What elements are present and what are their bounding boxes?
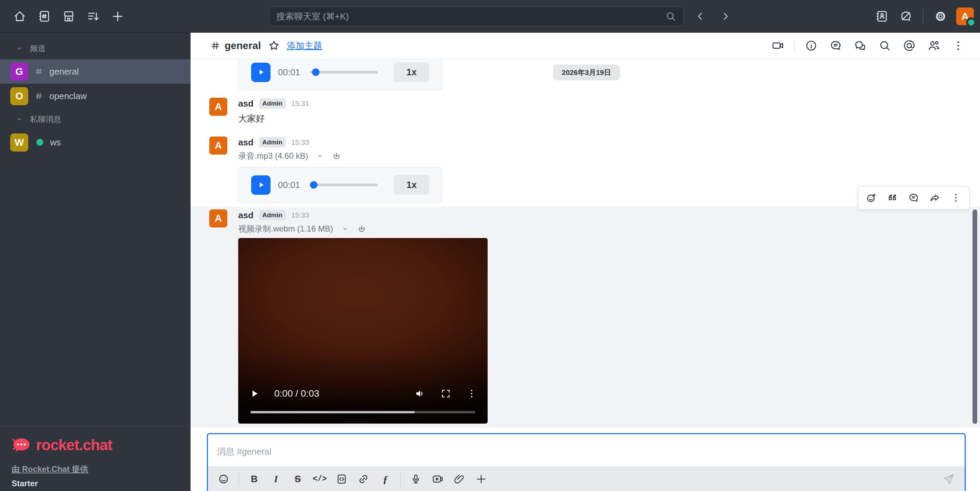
channel-title: general	[224, 40, 261, 51]
download-cloud-icon	[357, 224, 366, 234]
marketplace-button[interactable]	[60, 8, 77, 24]
discussions-button[interactable]	[852, 37, 869, 54]
directory-button[interactable]	[36, 8, 52, 24]
playback-rate-button[interactable]: 1x	[394, 62, 430, 82]
attachment-download-button[interactable]	[332, 151, 341, 161]
dm-section-header[interactable]: 私聊消息	[0, 108, 191, 130]
plan-label: Starter	[11, 479, 191, 488]
username[interactable]: asd	[238, 99, 253, 109]
gear-icon	[934, 10, 947, 23]
emoji-reaction-button[interactable]	[864, 190, 879, 206]
video-kebab-button[interactable]	[466, 388, 477, 399]
inline-code-button[interactable]: </>	[313, 471, 327, 487]
plus-icon	[111, 10, 124, 23]
sidebar-item-ws[interactable]: W ws	[0, 130, 191, 155]
sidebar-item-openclaw[interactable]: O openclaw	[0, 84, 191, 108]
history-back-button[interactable]	[692, 8, 708, 24]
fullscreen-button[interactable]	[440, 388, 452, 399]
reply-thread-button[interactable]	[906, 190, 921, 206]
threads-button[interactable]	[827, 37, 844, 54]
video-record-button[interactable]	[431, 471, 444, 487]
top-bar-left-actions	[11, 8, 126, 24]
kebab-icon	[950, 192, 962, 204]
kebab-icon	[466, 388, 477, 399]
audio-seek-slider[interactable]	[310, 71, 378, 73]
code-block-button[interactable]	[335, 471, 348, 487]
video-time: 0:00 / 0:03	[274, 388, 319, 399]
emoji-button[interactable]	[217, 471, 231, 487]
slider-handle[interactable]	[310, 181, 318, 189]
link-button[interactable]	[356, 471, 370, 487]
history-forward-button[interactable]	[717, 8, 733, 24]
favorite-star-button[interactable]	[266, 37, 282, 54]
message-header: asd Admin 15:33	[238, 209, 980, 221]
quote-button[interactable]	[885, 190, 900, 206]
forward-button[interactable]	[927, 190, 943, 206]
message-header: asd Admin 15:33	[238, 137, 980, 148]
message-time: 15:33	[291, 211, 309, 219]
online-status-dot	[37, 139, 43, 146]
attachment-collapse-button[interactable]	[316, 152, 324, 160]
message-time: 15:31	[291, 99, 309, 108]
audio-play-button[interactable]	[251, 175, 270, 195]
admin-settings-button[interactable]	[932, 8, 949, 24]
slider-handle[interactable]	[312, 69, 320, 76]
create-new-button[interactable]	[110, 8, 126, 24]
scrollbar-thumb[interactable]	[972, 209, 977, 424]
powered-by-link[interactable]: 由 Rocket.Chat 提供	[11, 464, 88, 475]
video-attachment-player[interactable]: 0:00 / 0:03	[238, 238, 488, 424]
audio-record-button[interactable]	[409, 471, 423, 487]
video-play-button[interactable]	[248, 388, 260, 399]
attach-file-button[interactable]	[453, 471, 466, 487]
username[interactable]: asd	[238, 137, 253, 148]
volume-button[interactable]	[414, 388, 426, 399]
message: A asd Admin 15:31 大家好	[191, 98, 980, 124]
search-input[interactable]	[276, 11, 665, 22]
message-input[interactable]	[217, 446, 897, 457]
at-icon	[903, 39, 916, 52]
strikethrough-button[interactable]: S	[291, 471, 305, 487]
new-chat-button[interactable]	[898, 8, 914, 24]
search-bar[interactable]	[269, 6, 684, 26]
forward-arrow-icon	[929, 192, 940, 204]
search-icon	[878, 39, 891, 52]
username[interactable]: asd	[238, 210, 253, 221]
avatar: G	[10, 63, 28, 81]
message-actions-toolbar	[858, 186, 970, 210]
chat-header-actions	[770, 37, 966, 54]
attachment-download-button[interactable]	[357, 224, 366, 234]
mentions-button[interactable]	[901, 37, 917, 54]
avatar: O	[10, 87, 28, 105]
more-actions-button[interactable]	[474, 471, 488, 487]
emoji-add-icon	[865, 192, 877, 204]
user-avatar-button[interactable]: A	[956, 8, 974, 25]
channels-section-header[interactable]: 频道	[0, 37, 191, 59]
audio-play-button[interactable]	[251, 63, 270, 82]
video-progress-loaded	[250, 411, 415, 413]
sort-button[interactable]	[85, 8, 102, 24]
audio-seek-slider[interactable]	[310, 183, 378, 186]
home-button[interactable]	[11, 8, 28, 24]
search-messages-button[interactable]	[877, 37, 893, 54]
attachment-collapse-button[interactable]	[341, 225, 349, 233]
address-book-button[interactable]	[874, 8, 890, 24]
header-divider	[794, 39, 795, 53]
admin-role-badge: Admin	[259, 137, 286, 147]
italic-button[interactable]: I	[269, 471, 283, 487]
message-kebab-button[interactable]	[948, 190, 964, 206]
send-button[interactable]	[942, 471, 956, 487]
katex-button[interactable]: ƒ	[379, 471, 392, 487]
bold-button[interactable]: B	[247, 471, 261, 487]
video-call-button[interactable]	[770, 37, 786, 54]
video-message-icon	[431, 473, 444, 485]
room-kebab-button[interactable]	[950, 37, 966, 54]
video-progress-bar[interactable]	[250, 411, 476, 413]
attachment-row: 视频录制.webm (1.16 MB)	[238, 223, 980, 234]
hash-icon	[34, 67, 43, 76]
room-info-button[interactable]	[803, 37, 819, 54]
members-button[interactable]	[926, 37, 942, 54]
playback-rate-button[interactable]: 1x	[394, 175, 430, 195]
add-topic-link[interactable]: 添加主题	[287, 40, 322, 52]
date-divider: 2026年3月19日	[553, 65, 620, 80]
sidebar-item-general[interactable]: G general	[0, 59, 191, 84]
